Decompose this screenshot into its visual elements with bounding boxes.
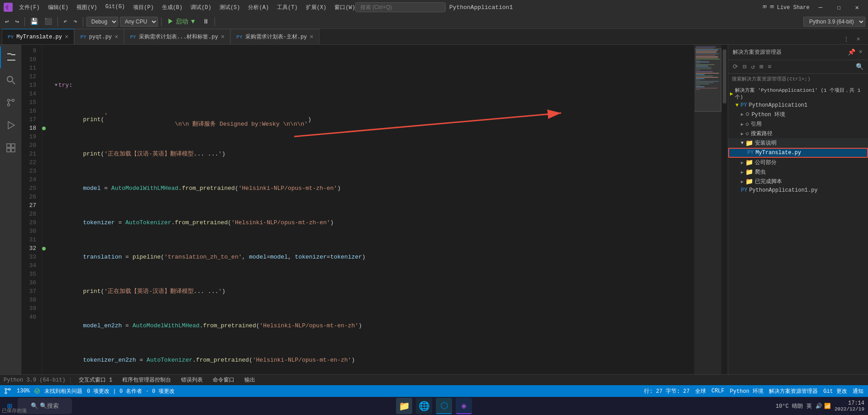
platform-select[interactable]: Any CPU [120,17,158,27]
bottom-tab-output[interactable]: 输出 [240,375,260,385]
se-project-root[interactable]: ▼ PY PythonApplication1 [728,101,868,109]
se-search-path[interactable]: ▶ ○ 搜索路径 [728,129,868,138]
search-icon: 🔍 [31,402,38,410]
tab-close-mytranslate[interactable]: × [65,33,68,41]
se-python-env[interactable]: ▶ ○ Python 环境 [728,109,868,119]
menu-debug[interactable]: 调试(D) [187,2,215,13]
clock[interactable]: 17:14 2022/12/19 [835,400,864,412]
extensions-activity[interactable] [0,137,22,159]
live-share-button[interactable]: ᮮ ᮮ Live Share [761,4,810,11]
se-collapse-btn[interactable]: ⊟ [742,62,747,71]
toolbar-step-btn[interactable]: ⏸ [200,17,211,27]
title-search-input[interactable] [355,2,446,12]
tab-close-procurement1[interactable]: × [221,33,224,41]
restore-button[interactable]: ☐ [831,2,846,13]
toolbar-saveall-btn[interactable]: ⬛ [42,16,54,27]
menu-analyze[interactable]: 分析(A) [244,2,272,13]
close-panel-btn[interactable]: × [854,34,863,44]
status-branch[interactable] [5,388,12,394]
menu-project[interactable]: 项目(P) [129,2,157,13]
status-encoding[interactable]: 全球 [695,387,706,395]
menu-extensions[interactable]: 扩展(X) [302,2,330,13]
network-icon[interactable]: 📶 [824,403,831,410]
debug-config-select[interactable]: Debug [86,17,118,27]
menu-git[interactable]: Git(G) [102,2,129,13]
collapse-arrow-9[interactable]: ▼ [55,81,57,90]
taskbar-vs[interactable]: ◈ [456,398,472,414]
debug-activity[interactable] [0,114,22,136]
status-no-issues[interactable]: 未找到相关问题 [34,387,82,395]
status-zoom[interactable]: 130% [17,388,30,394]
se-filter-btn[interactable]: ⊞ [758,62,764,71]
toolbar-sep1 [24,17,25,26]
menu-view[interactable]: 视图(V) [73,2,101,13]
ref-expand-icon: ▶ [741,122,744,127]
tab-procurement1[interactable]: PY 采购需求计划表...材和标签.py × [124,29,230,44]
se-refresh-btn[interactable]: ↺ [750,62,755,71]
se-solution-root[interactable]: ▶ 解决方案 'PythonApplication1' (1 个项目，共 1 个… [728,86,868,101]
status-cursor[interactable]: 行: 27 字节: 27 [644,387,690,395]
se-company-label: 公司部分 [755,159,777,166]
taskbar-file-explorer[interactable]: 📁 [396,398,412,414]
toolbar-back-btn[interactable]: ↩ [3,16,11,27]
toolbar-undo-btn[interactable]: ↶ [61,16,69,27]
code-editor[interactable]: ▼ try: print(' \n\n 翻译服务 Designed by:Wes… [51,45,694,374]
minimize-button[interactable]: — [813,2,828,13]
vertical-scrollbar[interactable] [721,45,728,374]
se-search-btn[interactable]: 🔍 [855,62,864,71]
split-editor-btn[interactable]: ⋮ [841,34,852,44]
bottom-tab-pkg-mgr[interactable]: 程序包管理器控制台 [118,375,176,385]
tab-mytranslate[interactable]: PY MyTranslate.py × [2,29,74,44]
speaker-icon[interactable]: 🔊 [816,403,822,410]
status-line-ending[interactable]: CRLF [711,388,725,394]
status-python-env[interactable]: Python 环境 [730,387,763,395]
se-project-label: PythonApplication1 [749,102,808,108]
tab-close-pyqt[interactable]: × [114,33,118,41]
se-close-btn[interactable]: × [858,47,863,57]
se-mytranslate-file[interactable]: PY MyTranslate.py [728,148,868,158]
taskbar-vscode[interactable]: ⬡ [436,398,452,414]
python-version-select[interactable]: Python 3.9 (64-bit) [803,17,865,27]
svg-rect-13 [11,148,15,152]
toolbar-forward-btn[interactable]: ↪ [13,16,21,27]
search-activity[interactable] [0,69,22,91]
tab-procurement2[interactable]: PY 采购需求计划表-主材.py × [230,29,319,44]
bottom-tab-errors[interactable]: 错误列表 [176,375,207,385]
se-install-notes[interactable]: ▼ 📁 安装说明 [728,138,868,148]
tab-label-mytranslate: MyTranslate.py [16,34,62,40]
se-more-btn[interactable]: ≡ [767,62,772,71]
menu-tools[interactable]: 工具(T) [273,2,301,13]
status-notifications[interactable]: 通知 [853,387,863,395]
se-sync-btn[interactable]: ⟳ [732,62,739,71]
se-crawler[interactable]: ▶ 📁 爬虫 [728,167,868,177]
se-completed-scripts[interactable]: ▶ 📁 已完成脚本 [728,177,868,186]
status-solution-mgr[interactable]: 解决方案资源管理器 [769,387,818,395]
explorer-activity[interactable] [0,47,22,68]
taskbar-system-tray: 10°C 晴朗 英 🔊 📶 17:14 2022/12/19 [776,400,864,412]
bottom-tab-cmd[interactable]: 命令窗口 [208,375,239,385]
tab-close-procurement2[interactable]: × [310,33,313,41]
se-company[interactable]: ▶ 📁 公司部分 [728,158,868,167]
menu-file[interactable]: 文件(F) [15,2,43,13]
se-pin-btn[interactable]: 📌 [847,47,856,57]
se-search-bar: 搜索解决方案资源管理器(Ctrl+;) [728,74,868,84]
se-main-py[interactable]: PY PythonApplication1.py [728,186,868,194]
menu-edit[interactable]: 编辑(E) [44,2,72,13]
language-label[interactable]: 英 [806,402,812,410]
taskbar-edge[interactable]: 🌐 [416,398,432,414]
se-references[interactable]: ▶ ○ 引用 [728,119,868,129]
code-line-17: tokenizer_en2zh = AutoTokenizer.from_pre… [55,356,694,364]
bottom-tab-interactive[interactable]: 交互式窗口 1 [74,375,117,385]
menu-build[interactable]: 生成(B) [158,2,186,13]
scrollbar-thumb[interactable] [723,49,726,104]
menu-test[interactable]: 测试(S) [216,2,244,13]
git-activity[interactable] [0,92,22,113]
toolbar-redo-btn[interactable]: ↷ [71,16,79,27]
close-button[interactable]: ✕ [850,2,864,13]
toolbar-save-btn[interactable]: 💾 [28,16,40,27]
status-git[interactable]: Git 更改 [823,387,847,395]
status-changes[interactable]: 0 项更改 | 0 名作者 · 0 项更改 [87,387,175,395]
run-button[interactable]: ▶ 启动 ▼ [165,16,199,27]
menu-window[interactable]: 窗口(W) [331,2,359,13]
tab-pyqt[interactable]: PY pyqt.py × [74,29,124,44]
